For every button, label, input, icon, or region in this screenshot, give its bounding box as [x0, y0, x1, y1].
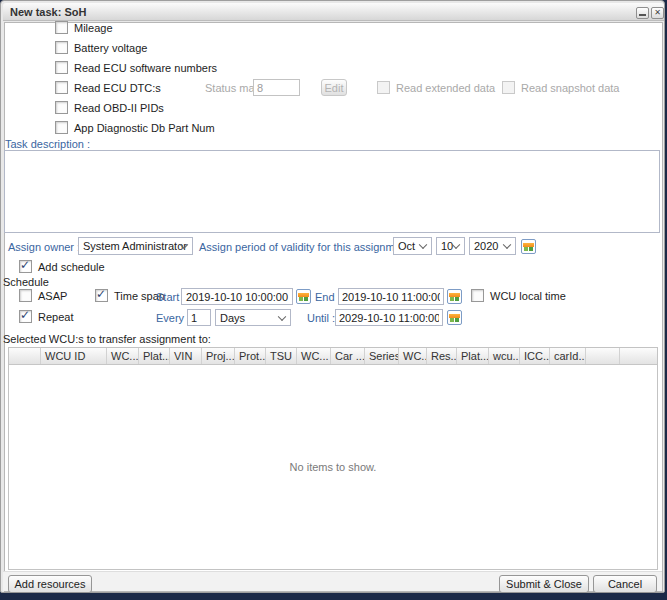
column-header-wc-2[interactable]: WC...	[107, 348, 139, 364]
chevron-down-icon	[503, 240, 511, 248]
read-ecu-software-checkbox[interactable]	[55, 61, 68, 74]
column-header-plat-13[interactable]: Plat...	[457, 348, 489, 364]
add-schedule-label: Add schedule	[38, 261, 105, 273]
checkbox-row-mileage[interactable]: Mileage	[55, 21, 113, 34]
column-header-wc-11[interactable]: WC...	[399, 348, 427, 364]
close-button[interactable]: ✕	[651, 7, 664, 19]
every-value-input[interactable]	[187, 309, 211, 326]
validity-day-select[interactable]: 10	[436, 237, 465, 255]
title-bar[interactable]: New task: SoH ✕	[3, 3, 664, 21]
until-datetime-input[interactable]	[335, 309, 443, 326]
column-header-plat-3[interactable]: Plat...	[139, 348, 170, 364]
battery-voltage-checkbox[interactable]	[55, 41, 68, 54]
column-header-proj[interactable]: Proj...	[202, 348, 235, 364]
read-extended-data-label: Read extended data	[396, 82, 495, 94]
every-unit-select[interactable]: Days	[215, 309, 291, 326]
read-snapshot-data-checkbox	[502, 81, 515, 94]
chevron-down-icon	[278, 312, 286, 320]
column-header-res[interactable]: Res...	[427, 348, 457, 364]
validity-year-select[interactable]: 2020	[469, 237, 516, 255]
mileage-label: Mileage	[74, 22, 113, 34]
column-header-empty-17[interactable]	[586, 348, 620, 364]
time-span-checkbox[interactable]	[95, 289, 108, 302]
checkbox-row-repeat[interactable]: Repeat	[19, 310, 73, 323]
window-title: New task: SoH	[10, 6, 86, 18]
minimize-icon	[639, 14, 646, 16]
end-label: End :	[315, 291, 341, 303]
read-ecu-software-label: Read ECU software numbers	[74, 62, 217, 74]
column-header-empty-18[interactable]	[620, 348, 657, 364]
calendar-icon[interactable]	[296, 289, 311, 304]
read-ecu-dtc-checkbox[interactable]	[55, 81, 68, 94]
start-datetime-input[interactable]	[181, 288, 293, 305]
checkbox-row-time-span[interactable]: Time span	[95, 289, 165, 302]
checkbox-row-obd-pids[interactable]: Read OBD-II PIDs	[55, 101, 164, 114]
column-header-wcu-id[interactable]: WCU ID	[41, 348, 107, 364]
checkbox-row-battery[interactable]: Battery voltage	[55, 41, 147, 54]
checkbox-row-wcu-local-time[interactable]: WCU local time	[471, 289, 566, 302]
task-description-input[interactable]	[4, 150, 660, 233]
wcu-local-time-label: WCU local time	[490, 290, 566, 302]
every-unit-value: Days	[220, 312, 245, 324]
column-header-selector[interactable]	[9, 348, 41, 364]
validity-label: Assign period of validity for this assig…	[199, 241, 416, 253]
app-diagnostic-checkbox[interactable]	[55, 121, 68, 134]
end-datetime-input[interactable]	[338, 288, 444, 305]
every-label: Every :	[156, 312, 190, 324]
battery-voltage-label: Battery voltage	[74, 42, 147, 54]
column-header-tsu[interactable]: TSU	[266, 348, 297, 364]
wcu-table: WCU ID WC... Plat... VIN Proj... Prot...…	[8, 347, 658, 570]
validity-month-value: Oct	[398, 240, 415, 252]
read-ecu-dtc-label: Read ECU DTC:s	[74, 82, 161, 94]
read-obd-pids-label: Read OBD-II PIDs	[74, 102, 164, 114]
checkbox-row-ecu-dtc[interactable]: Read ECU DTC:s	[55, 81, 161, 94]
minimize-button[interactable]	[636, 7, 649, 19]
empty-table-message: No items to show.	[290, 461, 377, 473]
checkbox-row-add-schedule[interactable]: Add schedule	[19, 260, 105, 273]
calendar-icon[interactable]	[521, 239, 536, 254]
read-obd-pids-checkbox[interactable]	[55, 101, 68, 114]
wcu-table-body: No items to show.	[9, 365, 657, 569]
column-header-vin[interactable]: VIN	[170, 348, 202, 364]
wcu-table-header: WCU ID WC... Plat... VIN Proj... Prot...…	[9, 348, 657, 365]
validity-day-value: 10	[441, 240, 453, 252]
wcu-table-label: Selected WCU:s to transfer assignment to…	[3, 333, 211, 345]
column-header-carid[interactable]: carId...	[550, 348, 586, 364]
add-schedule-checkbox[interactable]	[19, 260, 32, 273]
chevron-down-icon	[419, 240, 427, 248]
add-resources-button[interactable]: Add resources	[8, 575, 92, 593]
repeat-checkbox[interactable]	[19, 310, 32, 323]
checkbox-row-read-snapshot: Read snapshot data	[502, 81, 619, 94]
checkbox-row-asap[interactable]: ASAP	[19, 289, 67, 302]
assign-owner-select[interactable]: System Administrator	[78, 237, 193, 255]
close-icon: ✕	[654, 8, 661, 17]
edit-button: Edit	[321, 79, 347, 96]
column-header-wcu-14[interactable]: wcu...	[489, 348, 520, 364]
column-header-car[interactable]: Car ...	[331, 348, 365, 364]
column-header-series[interactable]: Series	[365, 348, 399, 364]
read-snapshot-data-label: Read snapshot data	[521, 82, 619, 94]
mileage-checkbox[interactable]	[55, 21, 68, 34]
schedule-section-label: Schedule	[3, 276, 49, 288]
status-mask-input	[253, 79, 300, 96]
wcu-local-time-checkbox[interactable]	[471, 289, 484, 302]
column-header-wc-8[interactable]: WC...	[297, 348, 331, 364]
asap-checkbox[interactable]	[19, 289, 32, 302]
repeat-label: Repeat	[38, 311, 73, 323]
asap-label: ASAP	[38, 290, 67, 302]
until-label: Until :	[307, 312, 335, 324]
cancel-button[interactable]: Cancel	[593, 575, 657, 593]
checkbox-row-app-diag[interactable]: App Diagnostic Db Part Num	[55, 121, 215, 134]
submit-close-button[interactable]: Submit & Close	[499, 575, 589, 593]
checkbox-row-read-extended: Read extended data	[377, 81, 495, 94]
read-extended-data-checkbox	[377, 81, 390, 94]
calendar-icon[interactable]	[447, 289, 462, 304]
checkbox-row-ecu-software[interactable]: Read ECU software numbers	[55, 61, 217, 74]
app-diagnostic-label: App Diagnostic Db Part Num	[74, 122, 215, 134]
calendar-icon[interactable]	[447, 310, 462, 325]
column-header-icc[interactable]: ICC...	[520, 348, 550, 364]
validity-month-select[interactable]: Oct	[393, 237, 432, 255]
task-description-label: Task description :	[5, 138, 90, 150]
assign-owner-label: Assign owner :	[8, 241, 80, 253]
column-header-prot[interactable]: Prot...	[235, 348, 266, 364]
